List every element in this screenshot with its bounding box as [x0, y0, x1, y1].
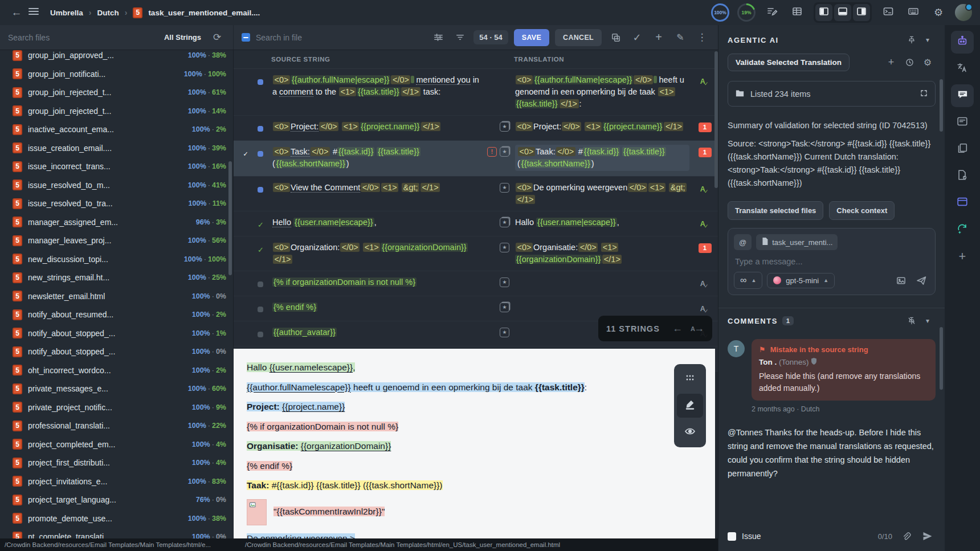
file-list-item[interactable]: 5pt_complete_translati...100%·0%	[0, 528, 233, 538]
file-list-scrollbar[interactable]	[228, 161, 232, 275]
file-list-item[interactable]: 5issue_creation_email....100%·39%	[0, 139, 233, 158]
file-list-item[interactable]: 5new_discussion_topi...100%·100%	[0, 250, 233, 269]
attach-file-button[interactable]	[898, 528, 914, 544]
agentic-scrollbar[interactable]	[940, 79, 943, 132]
file-list-item[interactable]: 5project_target_languag...76%·0%	[0, 491, 233, 509]
translation-string[interactable]: <0>Taak:</0> #{{task.id}} {{task.title}}…	[515, 145, 689, 171]
translation-string[interactable]: Hallo {{user.name|escape}},	[515, 217, 692, 228]
add-panel-button[interactable]: +	[951, 245, 974, 268]
send-comment-button[interactable]	[920, 528, 936, 544]
refresh-button[interactable]: ⟳	[209, 30, 225, 46]
avatar[interactable]	[955, 4, 972, 21]
file-list-item[interactable]: 5issue_resolved_to_tra...100%·11%	[0, 194, 233, 213]
approved-icon[interactable]: A✓	[700, 218, 710, 231]
pin-panel-button[interactable]	[904, 32, 920, 48]
strings-filter-dropdown[interactable]: All Strings	[164, 33, 201, 42]
machine-translation-icon[interactable]: A✓	[700, 278, 710, 291]
prompt-preset-button[interactable]: Validate Selected Translation	[728, 54, 850, 71]
filter-settings-button[interactable]	[430, 30, 446, 46]
translate-selected-files-button[interactable]: Translate selected files	[728, 201, 823, 220]
approve-button[interactable]: ✓	[629, 30, 645, 46]
ai-assistant-tab[interactable]	[951, 31, 974, 54]
issue-checkbox[interactable]	[728, 532, 736, 541]
preview-view-button[interactable]	[677, 421, 703, 444]
breadcrumb-project[interactable]: Umbrella	[50, 9, 83, 17]
compose-button[interactable]	[763, 4, 781, 21]
approved-progress-ring[interactable]: 19%	[737, 3, 756, 22]
listed-items-box[interactable]: Listed 234 items	[728, 81, 936, 107]
copy-source-button[interactable]	[607, 30, 623, 46]
string-row[interactable]: ✓Hello {{user.name|escape}},★Hallo {{use…	[234, 211, 718, 236]
browser-preview-tab[interactable]	[951, 191, 974, 214]
layout-bottom-panel-button[interactable]	[834, 4, 851, 21]
keyboard-shortcuts-button[interactable]	[905, 4, 922, 21]
cancel-button[interactable]: CANCEL	[555, 29, 602, 46]
edit-string-button[interactable]: ✎	[672, 30, 688, 46]
issue-count-badge[interactable]: 1	[699, 148, 712, 157]
sort-button[interactable]	[452, 30, 468, 46]
add-string-button[interactable]: +	[651, 30, 667, 46]
unpin-comments-button[interactable]	[904, 313, 920, 329]
string-row[interactable]: <0>Project:</0> <1>{{project.name}}</1>★…	[234, 116, 718, 141]
string-row[interactable]: ✓<0>Organization:</0> <1>{{organizationD…	[234, 236, 718, 271]
file-list-item[interactable]: 5professional_translati...100%·22%	[0, 417, 233, 435]
duplicate-star-icon[interactable]: ★	[500, 218, 509, 227]
breadcrumb-language[interactable]: Dutch	[97, 9, 119, 17]
duplicate-star-icon[interactable]: ★	[500, 277, 509, 287]
file-list-item[interactable]: 5newsletter_email.html100%·0%	[0, 287, 233, 306]
duplicate-star-icon[interactable]: ★	[500, 328, 509, 337]
collapse-comments-button[interactable]: ▾	[920, 313, 936, 329]
translated-progress-ring[interactable]: 100%	[711, 3, 729, 22]
file-list-item[interactable]: 5issue_resolved_to_m...100%·41%	[0, 176, 233, 195]
machine-translation-icon[interactable]: A✓	[700, 303, 710, 316]
comments-scrollbar[interactable]	[940, 327, 943, 390]
source-string[interactable]: <0>View the Comment</0><1> &gt;</1>	[272, 182, 482, 194]
layout-right-panel-button[interactable]	[853, 4, 870, 21]
translate-tab[interactable]	[951, 58, 974, 80]
model-dropdown[interactable]: gpt-5-mini▲	[767, 273, 835, 288]
search-files-input[interactable]	[8, 33, 164, 42]
duplicate-star-icon[interactable]: ★	[500, 243, 509, 252]
select-all-checkbox[interactable]	[242, 33, 250, 42]
file-list-item[interactable]: 5oht_incorrect_wordco...100%·2%	[0, 361, 233, 380]
string-row[interactable]: <0>{{author.fullName|escape}}</0>mention…	[234, 69, 718, 116]
file-list-item[interactable]: 5group_join_rejected_t...100%·14%	[0, 102, 233, 121]
string-row[interactable]: <0>View the Comment</0><1> &gt;</1>★<0>D…	[234, 177, 718, 211]
collapse-panel-button[interactable]: ▾	[920, 32, 936, 48]
machine-translate-next-button[interactable]: A→	[691, 323, 704, 334]
issue-count-badge[interactable]: 1	[699, 123, 712, 132]
approved-icon[interactable]: A✓	[700, 76, 710, 88]
duplicate-star-icon[interactable]: ★	[500, 147, 509, 157]
preview-edit-button[interactable]	[677, 394, 703, 418]
comments-tab[interactable]	[951, 84, 974, 107]
prev-page-button[interactable]: ←	[672, 323, 683, 334]
file-list-item[interactable]: 5project_invitations_e...100%·83%	[0, 472, 233, 491]
search-in-file-input[interactable]	[256, 33, 424, 42]
source-string[interactable]: <0>Organization:</0> <1>{{organizationDo…	[272, 242, 482, 266]
tm-suggestions-tab[interactable]	[951, 138, 974, 161]
source-string[interactable]: Hello {{user.name|escape}},	[272, 217, 482, 228]
translation-string[interactable]: <0>De opmerking weergeven</0><1> &gt;</1…	[515, 182, 692, 206]
qa-warning-icon[interactable]: !	[487, 147, 497, 157]
source-string[interactable]: {{author_avatar}}	[272, 326, 482, 338]
source-string[interactable]: <0>Project:</0> <1>{{project.name}}</1>	[272, 121, 482, 133]
ai-message-input[interactable]	[735, 257, 930, 266]
attached-file-chip[interactable]: task_user_menti...	[756, 234, 838, 250]
file-list-item[interactable]: 5group_join_approved_...100%·38%	[0, 50, 233, 65]
file-list-item[interactable]: 5notify_about_resumed...100%·2%	[0, 305, 233, 324]
check-context-button[interactable]: Check context	[829, 201, 895, 220]
file-list-item[interactable]: 5project_completed_em...100%·4%	[0, 435, 233, 454]
new-chat-button[interactable]: +	[883, 55, 899, 71]
breadcrumb-file[interactable]: task_user_mentioned_email....	[148, 9, 260, 17]
file-list-item[interactable]: 5private_project_notific...100%·9%	[0, 398, 233, 417]
attach-image-button[interactable]	[893, 272, 909, 288]
settings-button[interactable]: ⚙	[930, 4, 947, 21]
source-string[interactable]: {% if organizationDomain is not null %}	[272, 276, 482, 288]
file-list-item[interactable]: 5manager_leaves_proj...100%·56%	[0, 231, 233, 250]
file-list-item[interactable]: 5issue_incorrect_trans...100%·16%	[0, 157, 233, 176]
string-details-tab[interactable]	[951, 111, 974, 134]
back-button[interactable]: ←	[8, 4, 25, 21]
mention-chip[interactable]: @	[734, 234, 752, 250]
translation-string[interactable]: <0>Organisatie:</0> <1>{{organizationDom…	[515, 242, 692, 266]
file-list-item[interactable]: 5project_first_distributi...100%·4%	[0, 454, 233, 472]
